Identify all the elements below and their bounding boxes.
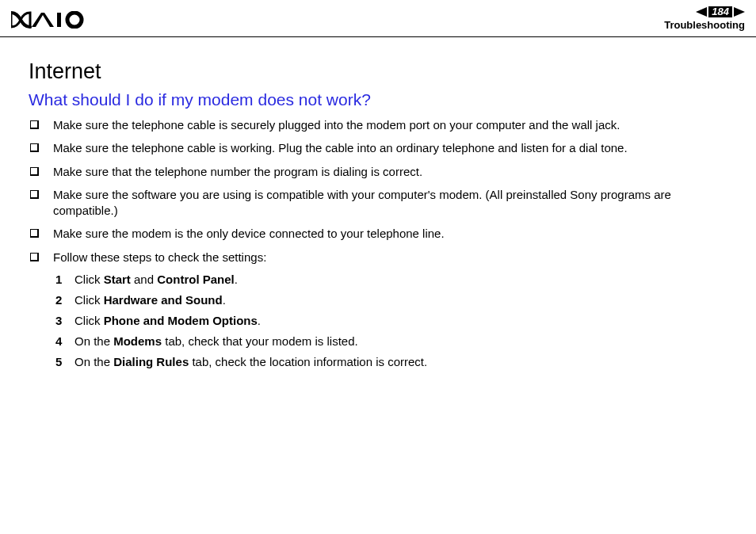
step-number: 4 [55, 334, 74, 348]
step-number: 3 [55, 314, 74, 327]
list-item: Make sure the telephone cable is working… [29, 140, 727, 156]
bullet-text: Make sure the modem is the only device c… [53, 226, 445, 242]
bullet-icon [30, 120, 39, 129]
list-item: Make sure that the telephone number the … [29, 164, 727, 180]
bullet-text: Make sure the telephone cable is securel… [53, 117, 620, 133]
step-text: On the Dialing Rules tab, check the loca… [74, 355, 427, 368]
bullet-icon [30, 167, 39, 176]
step-text: Click Phone and Modem Options. [74, 314, 261, 327]
list-item: Make sure the telephone cable is securel… [29, 117, 727, 133]
step-text: Click Hardware and Sound. [74, 293, 226, 307]
question-heading: What should I do if my modem does not wo… [29, 90, 727, 109]
bullet-icon [30, 253, 39, 261]
step-item: 5 On the Dialing Rules tab, check the lo… [55, 355, 727, 368]
header-right: 184 Troubleshooting [664, 6, 745, 31]
svg-rect-0 [57, 13, 61, 27]
svg-point-1 [67, 13, 82, 27]
bullet-text: Follow these steps to check the settings… [53, 250, 266, 265]
list-item: Make sure the software you are using is … [29, 187, 727, 219]
page-title: Internet [29, 59, 727, 84]
step-text: On the Modems tab, check that your modem… [74, 334, 358, 348]
step-number: 5 [55, 355, 74, 368]
section-label: Troubleshooting [664, 19, 745, 31]
bullet-text: Make sure that the telephone number the … [53, 164, 422, 180]
step-text: Click Start and Control Panel. [74, 273, 238, 286]
page-number: 184 [708, 6, 732, 17]
steps-list: 1 Click Start and Control Panel. 2 Click… [55, 273, 727, 368]
bullet-icon [30, 190, 39, 199]
page-number-nav: 184 [664, 6, 745, 17]
step-item: 4 On the Modems tab, check that your mod… [55, 334, 727, 348]
bullet-text: Make sure the software you are using is … [53, 187, 727, 219]
step-number: 1 [55, 273, 74, 286]
next-page-arrow-icon[interactable] [734, 7, 745, 17]
bullet-icon [30, 229, 39, 238]
step-item: 3 Click Phone and Modem Options. [55, 314, 727, 327]
step-item: 1 Click Start and Control Panel. [55, 273, 727, 286]
bullet-icon [30, 143, 39, 152]
page-header: 184 Troubleshooting [0, 0, 756, 37]
step-item: 2 Click Hardware and Sound. [55, 293, 727, 307]
list-item: Make sure the modem is the only device c… [29, 226, 727, 242]
bullet-list: Make sure the telephone cable is securel… [29, 117, 727, 265]
bullet-text: Make sure the telephone cable is working… [53, 140, 628, 156]
prev-page-arrow-icon[interactable] [696, 7, 707, 17]
page-content: Internet What should I do if my modem do… [0, 37, 756, 368]
list-item: Follow these steps to check the settings… [29, 250, 727, 265]
step-number: 2 [55, 293, 74, 307]
vaio-logo [11, 11, 87, 32]
